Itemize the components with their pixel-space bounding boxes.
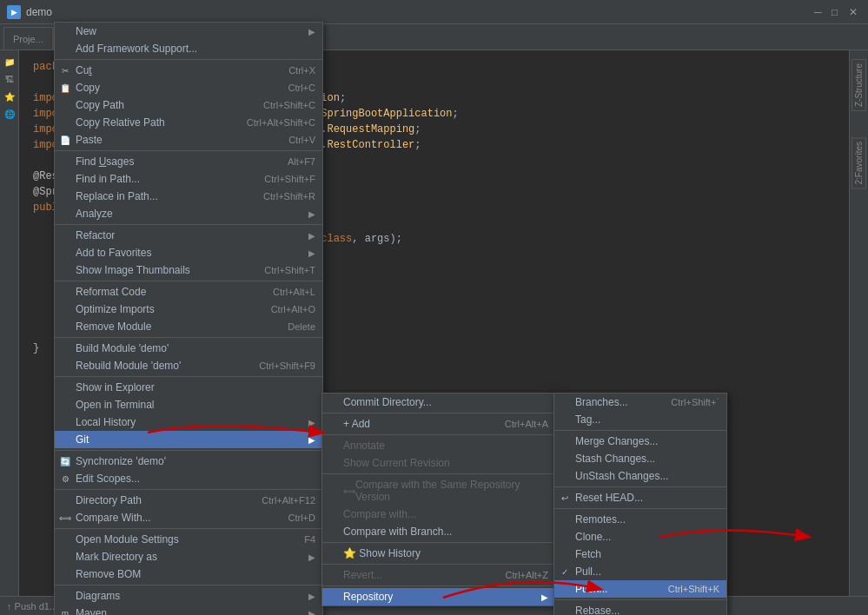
menu-replace-in-path[interactable]: Replace in Path... Ctrl+Shift+R — [55, 188, 322, 205]
repo-branches[interactable]: Branches... Ctrl+Shift+` — [554, 393, 726, 411]
repo-sep-3 — [554, 508, 726, 509]
scope-icon: ⚙ — [59, 473, 71, 485]
app-icon: ▶ — [7, 5, 21, 19]
menu-analyze[interactable]: Analyze ▶ — [55, 205, 322, 222]
git-compare-same-repo[interactable]: ⟺ Compare with the Same Repository Versi… — [322, 476, 555, 506]
compare-icon: ⟺ — [59, 512, 71, 524]
refactor-arrow: ▶ — [308, 231, 315, 241]
menu-find-in-path[interactable]: Find in Path... Ctrl+Shift+F — [55, 170, 322, 188]
menu-show-explorer[interactable]: Show in Explorer — [55, 379, 322, 396]
git-show-history[interactable]: ⭐ Show History — [322, 545, 555, 562]
repo-fetch[interactable]: Fetch — [554, 546, 726, 563]
menu-diagrams[interactable]: Diagrams ▶ — [55, 587, 322, 605]
git-commit-dir[interactable]: Commit Directory... — [322, 393, 555, 411]
git-submenu: Commit Directory... + Add Ctrl+Alt+A Ann… — [321, 393, 556, 606]
menu-mark-directory[interactable]: Mark Directory as ▶ — [55, 548, 322, 565]
repo-stash-changes[interactable]: Stash Changes... — [554, 450, 726, 467]
repo-pull[interactable]: ✓ Pull... — [554, 563, 726, 580]
menu-optimize[interactable]: Optimize Imports Ctrl+Alt+O — [55, 301, 322, 318]
bottom-push[interactable]: ↑ Push d1... — [7, 601, 57, 612]
git-annotate[interactable]: Annotate — [322, 437, 555, 454]
repo-clone[interactable]: Clone... — [554, 528, 726, 546]
menu-copy-relative-path[interactable]: Copy Relative Path Ctrl+Alt+Shift+C — [55, 114, 322, 131]
menu-add-framework[interactable]: Add Framework Support... — [55, 40, 322, 57]
sidebar-fav-icon[interactable]: ⭐ — [2, 89, 17, 104]
menu-add-to-favorites[interactable]: Add to Favorites ▶ — [55, 244, 322, 261]
menu-copy[interactable]: 📋 Copy Ctrl+C — [55, 79, 322, 96]
menu-find-usages[interactable]: Find Usages Alt+F7 — [55, 153, 322, 170]
repo-sep-4 — [554, 599, 726, 600]
sidebar-struct-icon[interactable]: 🏗 — [2, 71, 17, 87]
git-sep-6 — [322, 585, 555, 586]
minimize-button[interactable]: ─ — [814, 6, 826, 18]
structure-label: Z-Structure — [851, 59, 866, 111]
sep-7 — [55, 450, 322, 451]
menu-new-arrow: ▶ — [308, 27, 315, 36]
push-label: ↑ Push d1... — [7, 601, 57, 612]
menu-refactor[interactable]: Refactor ▶ — [55, 227, 322, 244]
cut-icon: ✂ — [59, 64, 71, 76]
context-menu: New ▶ Add Framework Support... ✂ Cut Ctr… — [54, 22, 323, 615]
copy-icon: 📋 — [59, 82, 71, 94]
menu-reformat[interactable]: Reformat Code Ctrl+Alt+L — [55, 283, 322, 301]
sep-2 — [55, 150, 322, 151]
repo-reset-head[interactable]: ↩ Reset HEAD... — [554, 489, 726, 506]
window-controls: ─ □ ✕ — [814, 6, 861, 18]
menu-paste[interactable]: 📄 Paste Ctrl+V — [55, 131, 322, 149]
sep-8 — [55, 489, 322, 490]
menu-open-terminal[interactable]: Open in Terminal — [55, 396, 322, 413]
git-revert[interactable]: Revert... Ctrl+Alt+Z — [322, 566, 555, 584]
repository-submenu: Branches... Ctrl+Shift+` Tag... Merge Ch… — [553, 393, 727, 615]
menu-remove-module[interactable]: Remove Module Delete — [55, 318, 322, 335]
analyze-arrow: ▶ — [308, 209, 315, 219]
maximize-button[interactable]: □ — [832, 6, 844, 18]
repo-sep-2 — [554, 486, 726, 487]
menu-directory-path[interactable]: Directory Path Ctrl+Alt+F12 — [55, 492, 322, 509]
diagrams-arrow: ▶ — [308, 592, 315, 601]
maven-icon: m — [59, 607, 71, 615]
menu-cut[interactable]: ✂ Cut Ctrl+X — [55, 62, 322, 79]
menu-synchronize[interactable]: 🔄 Synchronize 'demo' — [55, 453, 322, 470]
menu-rebuild-module[interactable]: Rebuild Module 'demo' Ctrl+Shift+F9 — [55, 357, 322, 374]
menu-remove-bom[interactable]: Remove BOM — [55, 565, 322, 583]
menu-edit-scopes[interactable]: ⚙ Edit Scopes... — [55, 470, 322, 487]
sidebar-project-icon[interactable]: 📁 — [2, 54, 17, 69]
git-add[interactable]: + Add Ctrl+Alt+A — [322, 415, 555, 433]
close-button[interactable]: ✕ — [849, 6, 861, 18]
tab-project-label: Proje... — [13, 34, 43, 44]
sep-6 — [55, 376, 322, 377]
sep-5 — [55, 337, 322, 338]
menu-open-module-settings[interactable]: Open Module Settings F4 — [55, 531, 322, 548]
repo-merge-changes[interactable]: Merge Changes... — [554, 433, 726, 450]
menu-show-image[interactable]: Show Image Thumbnails Ctrl+Shift+T — [55, 261, 322, 279]
repo-rebase[interactable]: Rebase... — [554, 602, 726, 615]
git-compare-with[interactable]: Compare with... — [322, 506, 555, 523]
sep-10 — [55, 585, 322, 585]
app-title: demo — [26, 6, 52, 18]
git-arrow: ▶ — [308, 435, 315, 445]
menu-maven[interactable]: m Maven ▶ — [55, 605, 322, 615]
repo-unstash-changes[interactable]: UnStash Changes... — [554, 467, 726, 485]
git-sep-3 — [322, 473, 555, 474]
git-sep-4 — [322, 542, 555, 543]
sep-4 — [55, 281, 322, 281]
right-sidebar: Z-Structure 2:Favorites — [849, 50, 868, 614]
sidebar-web-icon[interactable]: 🌐 — [2, 106, 17, 122]
git-repository[interactable]: Repository ▶ — [322, 588, 555, 605]
menu-git[interactable]: Git ▶ — [55, 431, 322, 448]
menu-new[interactable]: New ▶ — [55, 23, 322, 40]
git-show-current[interactable]: Show Current Revision — [322, 454, 555, 472]
git-sep-5 — [322, 564, 555, 565]
git-sep-2 — [322, 434, 555, 435]
repo-push[interactable]: Push... Ctrl+Shift+K — [554, 580, 726, 598]
menu-build-module[interactable]: Build Module 'demo' — [55, 340, 322, 357]
repo-tag[interactable]: Tag... — [554, 411, 726, 428]
tab-project[interactable]: Proje... — [3, 27, 53, 50]
sidebar-icon-strip: 📁 🏗 ⭐ 🌐 — [0, 50, 19, 614]
menu-copy-path[interactable]: Copy Path Ctrl+Shift+C — [55, 96, 322, 114]
git-compare-branch[interactable]: Compare with Branch... — [322, 523, 555, 540]
git-sep-1 — [322, 413, 555, 413]
menu-compare-with[interactable]: ⟺ Compare With... Ctrl+D — [55, 509, 322, 526]
repo-remotes[interactable]: Remotes... — [554, 511, 726, 528]
menu-local-history[interactable]: Local History ▶ — [55, 413, 322, 431]
